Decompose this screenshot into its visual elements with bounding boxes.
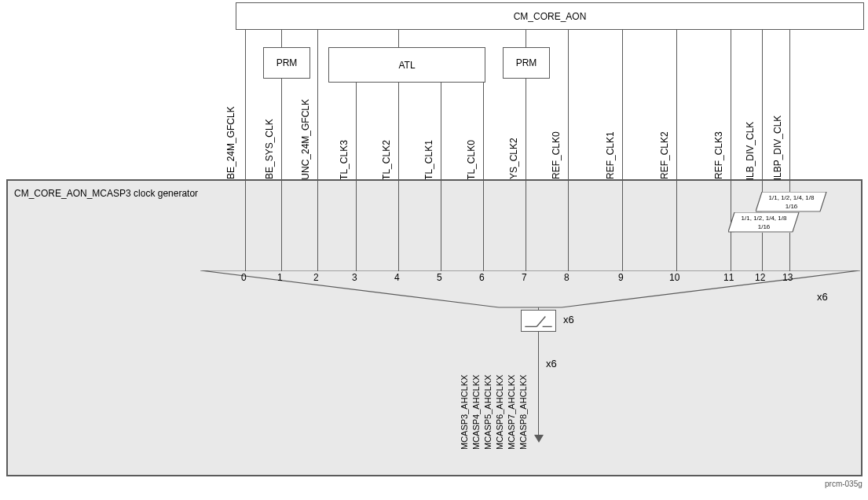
in-line-12b xyxy=(762,232,763,271)
mux-idx-5: 5 xyxy=(437,272,442,283)
in-line-2 xyxy=(317,181,318,271)
divider-13: 1/1, 1/2, 1/4, 1/81/16 xyxy=(762,192,821,212)
mux-idx-6: 6 xyxy=(479,272,485,283)
lbl-abe-sys: ABE_SYS_CLK xyxy=(264,119,275,186)
out-mcasp3: MCASP3_AHCLKX xyxy=(460,375,469,450)
div13-l2: 1/16 xyxy=(786,203,798,210)
lbl-xref2: XREF_CLK2 xyxy=(659,131,670,186)
mux-idx-12: 12 xyxy=(755,272,765,283)
out-mcasp7: MCASP7_AHCLKX xyxy=(507,375,516,450)
in-line-10 xyxy=(676,181,677,271)
line-atl2 xyxy=(398,83,399,179)
mux-x6: x6 xyxy=(817,291,828,303)
svg-line-4 xyxy=(537,316,545,326)
lbl-abe-24m: ABE_24M_GFCLK xyxy=(225,106,236,186)
lbl-sysclk2: SYS_CLK2 xyxy=(508,138,519,186)
mux-idx-13: 13 xyxy=(782,272,793,283)
switch-x6: x6 xyxy=(563,314,574,325)
in-line-4 xyxy=(398,181,399,271)
lbl-mlbp: MLBP_DIV_CLK xyxy=(772,116,783,186)
clock-generator-title: CM_CORE_AON_MCASP3 clock generator xyxy=(14,188,198,199)
mux-idx-0: 0 xyxy=(241,272,247,283)
out-mcasp6: MCASP6_AHCLKX xyxy=(495,375,504,450)
atl-box: ATL xyxy=(328,47,485,83)
lbl-xref3: XREF_CLK3 xyxy=(713,131,724,186)
prm1-label: PRM xyxy=(277,57,298,68)
lbl-func-24m: FUNC_24M_GFCLK xyxy=(300,99,311,186)
out-mcasp8: MCASP8_AHCLKX xyxy=(518,375,528,450)
figure-id: prcm-035g xyxy=(825,480,863,488)
out-mcasp4: MCASP4_AHCLKX xyxy=(471,375,481,450)
line-top-atl xyxy=(398,30,399,47)
in-line-6 xyxy=(483,181,484,271)
in-line-9 xyxy=(622,181,623,271)
mux-idx-7: 7 xyxy=(522,272,527,283)
out-mcasp5: MCASP5_AHCLKX xyxy=(483,375,493,450)
mux-idx-1: 1 xyxy=(277,272,283,283)
output-arrowhead xyxy=(534,435,544,443)
mux-idx-10: 10 xyxy=(669,272,679,283)
line-atl0 xyxy=(483,83,484,179)
in-line-0 xyxy=(245,181,246,271)
prm2-label: PRM xyxy=(516,57,537,68)
atl-label: ATL xyxy=(398,60,415,71)
cm-core-aon-box: CM_CORE_AON xyxy=(236,2,864,30)
line-xref1 xyxy=(622,30,623,179)
prm-box-1: PRM xyxy=(263,47,310,79)
out-x6: x6 xyxy=(546,358,557,369)
prm-box-2: PRM xyxy=(503,47,550,79)
line-xref2 xyxy=(676,30,677,179)
line-mlbp xyxy=(789,30,790,179)
mux-idx-8: 8 xyxy=(564,272,570,283)
div13-l1: 1/1, 1/2, 1/4, 1/8 xyxy=(769,194,815,201)
line-abe-sys xyxy=(281,79,282,179)
line-atl1 xyxy=(441,83,441,179)
in-line-3 xyxy=(356,181,357,271)
cm-core-aon-label: CM_CORE_AON xyxy=(514,11,587,22)
line-to-prm1 xyxy=(281,30,282,47)
mux-idx-9: 9 xyxy=(618,272,624,283)
in-line-7 xyxy=(526,181,526,271)
output-line xyxy=(538,331,539,437)
in-line-8 xyxy=(568,181,569,271)
mux-idx-11: 11 xyxy=(723,272,734,283)
lbl-mlb: MLB_DIV_CLK xyxy=(745,122,756,186)
lbl-xref0: XREF_CLK0 xyxy=(551,131,562,186)
div12-l2: 1/16 xyxy=(758,223,771,230)
mux-idx-4: 4 xyxy=(394,272,400,283)
line-sysclk2 xyxy=(526,79,526,179)
div12-l1: 1/1, 1/2, 1/4, 1/8 xyxy=(742,215,787,222)
mux-idx-2: 2 xyxy=(313,272,319,283)
mux-idx-3: 3 xyxy=(352,272,357,283)
lbl-xref1: XREF_CLK1 xyxy=(605,131,616,186)
clock-gate-switch xyxy=(521,310,556,332)
line-xref0 xyxy=(568,30,569,179)
in-line-5 xyxy=(441,181,441,271)
line-atl3 xyxy=(356,83,357,179)
in-line-13a xyxy=(789,181,790,192)
line-mlb xyxy=(762,30,763,179)
line-func-24m xyxy=(317,30,318,179)
line-xref3 xyxy=(731,30,731,179)
line-abe-24m xyxy=(245,30,246,179)
in-line-1 xyxy=(281,181,282,271)
divider-12: 1/1, 1/2, 1/4, 1/81/16 xyxy=(734,212,793,233)
line-to-prm2 xyxy=(526,30,526,47)
